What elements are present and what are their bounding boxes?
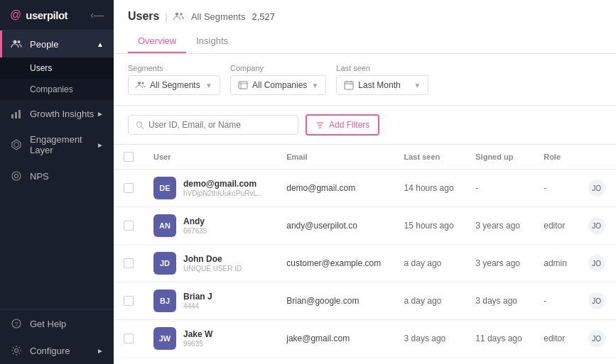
row-checkbox-cell <box>114 170 144 207</box>
row-action: JO <box>578 358 616 365</box>
row-signed-up: 3 years ago <box>465 245 534 282</box>
user-info: demo@gmail.com hVDjpN2thiUukoPuRvL... <box>183 179 263 197</box>
search-wrapper <box>128 115 298 135</box>
row-last-seen: a day ago <box>394 245 466 282</box>
segments-select-value: All Segments <box>150 80 200 90</box>
nps-icon <box>10 170 23 182</box>
segment-label: All Segments <box>191 11 246 22</box>
row-signed-up: - <box>465 170 534 207</box>
svg-point-23 <box>136 121 141 126</box>
sidebar-item-growth-insights[interactable]: Growth Insights ► <box>0 100 114 127</box>
sidebar-item-engagement-layer[interactable]: Engagement Layer ► <box>0 127 114 162</box>
engagement-chevron: ► <box>97 141 104 149</box>
row-go-button[interactable]: JO <box>588 255 605 272</box>
tab-overview[interactable]: Overview <box>128 30 186 53</box>
user-id: 4444 <box>183 302 212 310</box>
page-title-sep: | <box>165 11 167 22</box>
user-info: Brian J 4444 <box>183 292 212 310</box>
user-avatar: JD <box>153 252 176 275</box>
row-checkbox-1[interactable] <box>124 221 134 231</box>
page-title: Users <box>128 10 159 23</box>
svg-point-15 <box>141 82 144 84</box>
configure-chevron: ► <box>97 347 104 355</box>
sidebar-sub-people: Users Companies <box>0 57 114 100</box>
add-filters-icon <box>315 121 325 130</box>
configure-icon <box>10 344 23 357</box>
sidebar-growth-section: Growth Insights ► <box>0 100 114 127</box>
svg-point-12 <box>175 13 178 16</box>
sidebar-item-companies[interactable]: Companies <box>0 79 114 100</box>
user-id: hVDjpN2thiUukoPuRvL... <box>183 189 263 197</box>
segment-info: All Segments 2,527 <box>173 11 275 22</box>
sidebar-people-label: People <box>30 39 58 50</box>
last-seen-filter-select[interactable]: Last Month ▼ <box>336 75 428 95</box>
filter-group-last-seen: Last seen Last Month ▼ <box>336 64 428 95</box>
logo-text: userpilot <box>26 9 67 21</box>
people-chevron: ▲ <box>97 40 104 48</box>
search-icon <box>136 121 144 130</box>
sidebar-bottom: ? Get Help Configure ► <box>0 309 114 364</box>
segments-filter-select[interactable]: All Segments ▼ <box>128 75 220 95</box>
user-name: Andy <box>183 216 207 226</box>
logo-icon: @ <box>10 9 21 21</box>
sidebar-users-label: Users <box>30 63 52 73</box>
header-user: User <box>144 145 276 170</box>
row-checkbox-4[interactable] <box>124 333 134 343</box>
row-checkbox-cell <box>114 282 144 320</box>
user-avatar: DE <box>153 177 176 199</box>
row-email: jake@gmail.com <box>276 320 394 358</box>
users-table-container: User Email Last seen Signed up Role DE d… <box>114 145 616 364</box>
sidebar-growth-label: Growth Insights <box>30 109 94 119</box>
row-go-button[interactable]: JO <box>588 180 605 197</box>
sidebar-people-section: People ▲ Users Companies <box>0 31 114 100</box>
table-row[interactable]: JD John Doe UNIQUE USER ID customer@exam… <box>114 245 616 282</box>
segments-filter-label: Segments <box>128 64 220 72</box>
table-row[interactable]: AN Andy 667635 andy@userpilot.co 15 hour… <box>114 207 616 245</box>
sidebar-item-users[interactable]: Users <box>0 57 114 79</box>
table-body: DE demo@gmail.com hVDjpN2thiUukoPuRvL...… <box>114 170 616 365</box>
user-avatar: JW <box>153 327 176 350</box>
row-go-button[interactable]: JO <box>588 217 605 234</box>
search-input[interactable] <box>148 120 291 130</box>
svg-point-0 <box>13 40 17 44</box>
sidebar-nps-label: NPS <box>30 171 49 182</box>
sidebar-item-people[interactable]: People ▲ <box>0 31 114 57</box>
sidebar-item-configure[interactable]: Configure ► <box>0 337 114 364</box>
header-email: Email <box>276 145 394 170</box>
row-signed-up: 3 years ago <box>465 207 534 245</box>
header-checkbox-cell <box>114 145 144 170</box>
sidebar-item-get-help[interactable]: ? Get Help <box>0 310 114 337</box>
row-action: JO <box>578 170 616 207</box>
select-all-checkbox[interactable] <box>124 152 134 162</box>
row-go-button[interactable]: JO <box>588 330 605 347</box>
user-name: Jake W <box>183 329 212 339</box>
row-user-cell: JW Jake W 99635 <box>144 320 276 358</box>
company-select-value: All Companies <box>252 80 307 90</box>
svg-marker-5 <box>12 140 21 150</box>
row-last-seen: 15 hours ago <box>394 207 466 245</box>
row-checkbox-2[interactable] <box>124 258 134 268</box>
header-last-seen: Last seen <box>394 145 466 170</box>
collapse-button[interactable]: ‹— <box>90 9 104 21</box>
svg-point-1 <box>18 40 21 43</box>
row-go-button[interactable]: JO <box>588 292 605 309</box>
row-last-seen: 14 hours ago <box>394 170 466 207</box>
row-checkbox-0[interactable] <box>124 183 134 193</box>
tab-insights[interactable]: Insights <box>186 30 238 53</box>
sidebar-configure-label: Configure <box>30 346 70 356</box>
table-row[interactable]: DE demo@gmail.com hVDjpN2thiUukoPuRvL...… <box>114 170 616 207</box>
company-filter-select[interactable]: All Companies ▼ <box>230 75 326 95</box>
table-row[interactable]: SA Samantha 71142 samantha@userpilot.co … <box>114 358 616 365</box>
sidebar-nps-section: NPS <box>0 162 114 189</box>
svg-rect-4 <box>18 110 21 118</box>
add-filters-button[interactable]: Add Filters <box>306 114 379 136</box>
sidebar-item-nps[interactable]: NPS <box>0 162 114 189</box>
row-checkbox-3[interactable] <box>124 296 134 306</box>
user-avatar: BJ <box>153 289 176 312</box>
table-row[interactable]: BJ Brian J 4444 Brian@google.com a day a… <box>114 282 616 320</box>
user-avatar: AN <box>153 214 176 237</box>
row-user-cell: BJ Brian J 4444 <box>144 282 276 320</box>
sidebar-help-label: Get Help <box>30 319 66 329</box>
user-id: UNIQUE USER ID <box>183 265 242 272</box>
table-row[interactable]: JW Jake W 99635 jake@gmail.com 3 days ag… <box>114 320 616 358</box>
